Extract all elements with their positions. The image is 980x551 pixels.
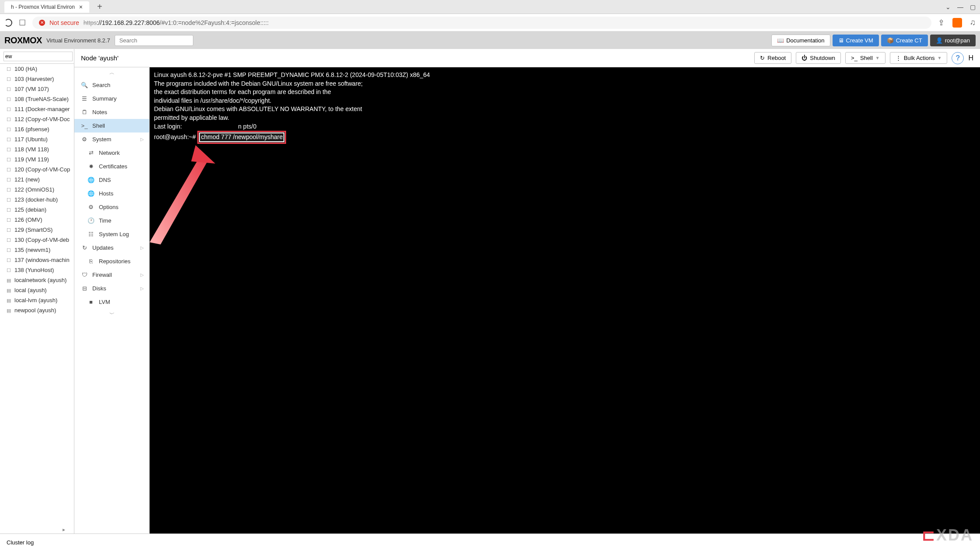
terminal-line: The programs included with the Debian GN…: [154, 80, 976, 88]
network-icon: ⇄: [88, 150, 94, 156]
tree-item[interactable]: ☐123 (docker-hub): [0, 195, 74, 205]
shell-icon: >_: [81, 122, 88, 129]
user-button[interactable]: 👤 root@pan: [930, 35, 976, 46]
nav-item-time[interactable]: 🕐Time: [74, 214, 149, 227]
url-text: https://192.168.29.227:8006/#v1:0:=node%…: [84, 19, 269, 26]
nav-item-search[interactable]: 🔍Search: [74, 78, 149, 92]
version-label: Virtual Environment 8.2.7: [46, 37, 110, 44]
tree-item[interactable]: ☐137 (windows-machin: [0, 255, 74, 265]
browser-tab[interactable]: h - Proxmox Virtual Environ ×: [4, 1, 89, 13]
not-secure-label: Not secure: [49, 19, 79, 26]
browser-tab-bar: h - Proxmox Virtual Environ × + ⌄ ― ▢: [0, 0, 980, 14]
shell-terminal[interactable]: Linux ayush 6.8.12-2-pve #1 SMP PREEMPT_…: [150, 67, 980, 534]
tree-item[interactable]: ☐111 (Docker-manager: [0, 104, 74, 114]
bulk-actions-button[interactable]: ⋮ Bulk Actions ▼: [890, 52, 948, 64]
shutdown-button[interactable]: ⏻ Shutdown: [796, 52, 841, 64]
maximize-icon[interactable]: ▢: [970, 3, 976, 10]
create-vm-button[interactable]: 🖥 Create VM: [833, 35, 879, 46]
window-controls: ⌄ ― ▢: [945, 3, 976, 10]
view-dropdown[interactable]: [4, 52, 73, 61]
firewall-icon: 🛡: [81, 272, 88, 278]
browser-right-icons: ⇪ ♫: [938, 18, 976, 28]
nav-item-repositories[interactable]: ⎘Repositories: [74, 255, 149, 268]
tree-item[interactable]: ☐121 (new): [0, 174, 74, 185]
bottom-panel: Cluster log: [0, 534, 980, 551]
nav-item-system[interactable]: ⚙System▷: [74, 133, 149, 146]
search-input[interactable]: [115, 35, 193, 46]
nav-item-updates[interactable]: ↻Updates▷: [74, 241, 149, 255]
resource-tree-panel: ▼ ⚙ ☐100 (HA)☐103 (Harvester)☐107 (VM 10…: [0, 49, 74, 534]
terminal-prompt-line: root@ayush:~# chmod 777 /newpool/myshare: [154, 131, 976, 144]
tree-item[interactable]: ☐138 (YunoHost): [0, 265, 74, 275]
bookmark-icon[interactable]: ☐: [19, 18, 26, 28]
terminal-line: Linux ayush 6.8.12-2-pve #1 SMP PREEMPT_…: [154, 71, 976, 80]
annotation-arrow: [150, 137, 303, 247]
tree-item[interactable]: ☐116 (pfsense): [0, 124, 74, 134]
tree-item[interactable]: ☐125 (debian): [0, 205, 74, 215]
tree-item[interactable]: ☐135 (newvm1): [0, 245, 74, 255]
nav-item-disks[interactable]: ⊟Disks▷: [74, 282, 149, 295]
tree-item[interactable]: ☐129 (SmartOS): [0, 225, 74, 235]
refresh-icon[interactable]: [4, 19, 12, 27]
nav-item-firewall[interactable]: 🛡Firewall▷: [74, 268, 149, 282]
nav-item-network[interactable]: ⇄Network: [74, 146, 149, 160]
time-icon: 🕐: [88, 217, 94, 224]
tree-item[interactable]: ☐100 (HA): [0, 64, 74, 74]
svg-marker-1: [191, 145, 215, 164]
tree-item[interactable]: ☐126 (OMV): [0, 215, 74, 225]
tree-item[interactable]: ☐119 (VM 119): [0, 154, 74, 164]
collapse-up-icon[interactable]: ︿: [74, 67, 149, 78]
tree-item[interactable]: ▤newpool (ayush): [0, 305, 74, 315]
reboot-button[interactable]: ↻ Reboot: [754, 52, 791, 64]
chevron-down-icon[interactable]: ⌄: [945, 3, 951, 10]
nav-item-summary[interactable]: ☰Summary: [74, 92, 149, 105]
tree-item[interactable]: ☐112 (Copy-of-VM-Doc: [0, 114, 74, 124]
node-nav-panel: ︿ 🔍Search☰Summary🗒Notes>_Shell⚙System▷⇄N…: [74, 67, 150, 534]
dns-icon: 🌐: [88, 177, 94, 183]
nav-item-system-log[interactable]: ☷System Log: [74, 227, 149, 241]
tree-item[interactable]: ☐107 (VM 107): [0, 84, 74, 94]
music-icon[interactable]: ♫: [970, 18, 976, 27]
chevron-right-icon: ▷: [140, 137, 144, 142]
share-icon[interactable]: ⇪: [938, 18, 945, 28]
summary-icon: ☰: [81, 95, 88, 102]
tree-item[interactable]: ☐108 (TrueNAS-Scale): [0, 94, 74, 104]
shell-button[interactable]: >_ Shell ▼: [845, 52, 886, 64]
certificates-icon: ✸: [88, 163, 94, 170]
tree-item[interactable]: ▤local-lvm (ayush): [0, 295, 74, 305]
resource-tree[interactable]: ☐100 (HA)☐103 (Harvester)☐107 (VM 107)☐1…: [0, 64, 74, 526]
minimize-icon[interactable]: ―: [957, 3, 963, 10]
scroll-right-icon[interactable]: ▸: [0, 526, 74, 534]
nav-item-notes[interactable]: 🗒Notes: [74, 105, 149, 119]
nav-item-hosts[interactable]: 🌐Hosts: [74, 187, 149, 200]
tree-item[interactable]: ☐103 (Harvester): [0, 74, 74, 84]
brave-shield-icon[interactable]: [952, 18, 962, 28]
documentation-button[interactable]: 📖 Documentation: [771, 35, 830, 46]
url-bar[interactable]: ✕ Not secure https://192.168.29.227:8006…: [32, 17, 931, 29]
nav-item-dns[interactable]: 🌐DNS: [74, 173, 149, 187]
close-tab-icon[interactable]: ×: [79, 3, 83, 10]
lvm-icon: ■: [88, 299, 94, 305]
nav-item-lvm[interactable]: ■LVM: [74, 295, 149, 309]
tree-item[interactable]: ☐118 (VM 118): [0, 144, 74, 154]
chevron-right-icon: ▷: [140, 286, 144, 291]
help-label: H: [968, 54, 973, 62]
nav-item-certificates[interactable]: ✸Certificates: [74, 160, 149, 173]
notes-icon: 🗒: [81, 109, 88, 115]
proxmox-logo: ROXMOX: [4, 35, 42, 45]
tree-item[interactable]: ☐117 (Ubuntu): [0, 134, 74, 144]
tree-item[interactable]: ☐130 (Copy-of-VM-deb: [0, 235, 74, 245]
nav-item-shell[interactable]: >_Shell: [74, 119, 149, 133]
tree-item[interactable]: ▤local (ayush): [0, 285, 74, 295]
cluster-log-tab[interactable]: Cluster log: [7, 539, 34, 546]
new-tab-button[interactable]: +: [94, 2, 106, 12]
tree-item[interactable]: ☐122 (OmniOS1): [0, 185, 74, 195]
address-bar: ☐ ✕ Not secure https://192.168.29.227:80…: [0, 14, 980, 31]
tree-item[interactable]: ▤localnetwork (ayush): [0, 275, 74, 285]
tree-item[interactable]: ☐120 (Copy-of-VM-Cop: [0, 164, 74, 174]
collapse-down-icon[interactable]: ﹀: [74, 309, 149, 320]
create-ct-button[interactable]: 📦 Create CT: [881, 35, 928, 46]
help-button[interactable]: ?: [952, 52, 964, 64]
nav-item-options[interactable]: ⚙Options: [74, 200, 149, 214]
updates-icon: ↻: [81, 244, 88, 251]
